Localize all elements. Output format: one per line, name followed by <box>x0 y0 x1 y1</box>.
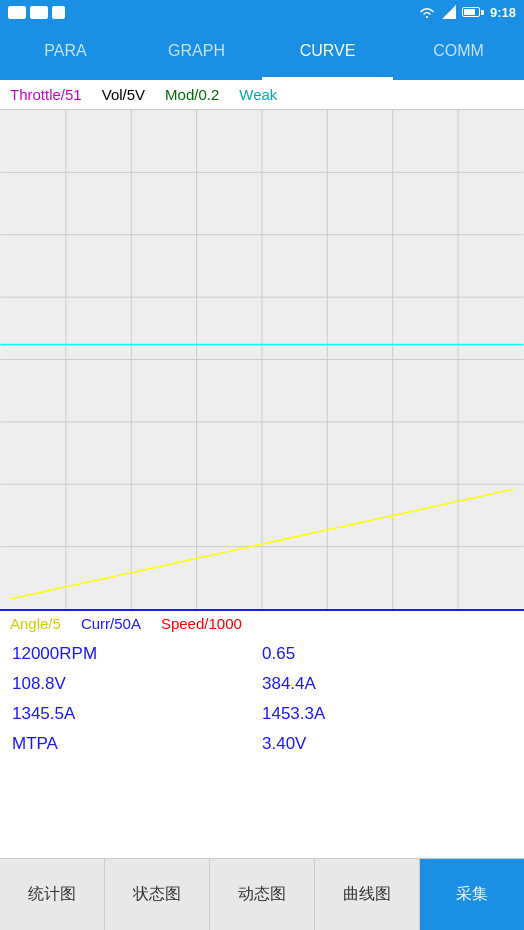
nav-collect[interactable]: 采集 <box>420 859 524 930</box>
nav-status[interactable]: 状态图 <box>105 859 210 930</box>
info-row: Throttle/51 Vol/5V Mod/0.2 Weak <box>0 80 524 109</box>
angle-label: Angle/5 <box>10 615 61 632</box>
speed-label: Speed/1000 <box>161 615 242 632</box>
nav-curve[interactable]: 曲线图 <box>315 859 420 930</box>
tab-graph[interactable]: GRAPH <box>131 24 262 80</box>
vol-label: Vol/5V <box>102 86 145 103</box>
icon-square-2 <box>30 6 48 19</box>
weak-label: Weak <box>239 86 277 103</box>
stat-065: 0.65 <box>262 644 512 664</box>
chart-area <box>0 109 524 609</box>
stat-curr1: 384.4A <box>262 674 512 694</box>
stat-mtpa: MTPA <box>12 734 262 754</box>
mod-label: Mod/0.2 <box>165 86 219 103</box>
icon-square-1 <box>8 6 26 19</box>
stats-grid: 12000RPM 0.65 108.8V 384.4A 1345.5A 1453… <box>12 644 512 754</box>
svg-marker-0 <box>442 5 456 19</box>
bottom-nav: 统计图 状态图 动态图 曲线图 采集 <box>0 858 524 930</box>
throttle-label: Throttle/51 <box>10 86 82 103</box>
stat-curr2: 1345.5A <box>12 704 262 724</box>
wifi-icon <box>418 5 436 19</box>
icon-a <box>52 6 65 19</box>
battery-icon <box>462 7 484 17</box>
nav-stats[interactable]: 统计图 <box>0 859 105 930</box>
chart-svg <box>0 110 524 609</box>
stat-volt2: 3.40V <box>262 734 512 754</box>
status-bar: 9:18 <box>0 0 524 24</box>
stat-voltage: 108.8V <box>12 674 262 694</box>
nav-dynamic[interactable]: 动态图 <box>210 859 315 930</box>
axis-labels-row: Angle/5 Curr/50A Speed/1000 <box>0 609 524 636</box>
stat-rpm: 12000RPM <box>12 644 262 664</box>
signal-icon <box>442 5 456 19</box>
stats-section: 12000RPM 0.65 108.8V 384.4A 1345.5A 1453… <box>0 636 524 762</box>
tab-curve[interactable]: CURVE <box>262 24 393 80</box>
tab-para[interactable]: PARA <box>0 24 131 80</box>
tab-comm[interactable]: COMM <box>393 24 524 80</box>
tab-bar: PARA GRAPH CURVE COMM <box>0 24 524 80</box>
status-icons-left <box>8 6 65 19</box>
stat-curr3: 1453.3A <box>262 704 512 724</box>
curr-label: Curr/50A <box>81 615 141 632</box>
status-right: 9:18 <box>418 5 516 20</box>
time-display: 9:18 <box>490 5 516 20</box>
